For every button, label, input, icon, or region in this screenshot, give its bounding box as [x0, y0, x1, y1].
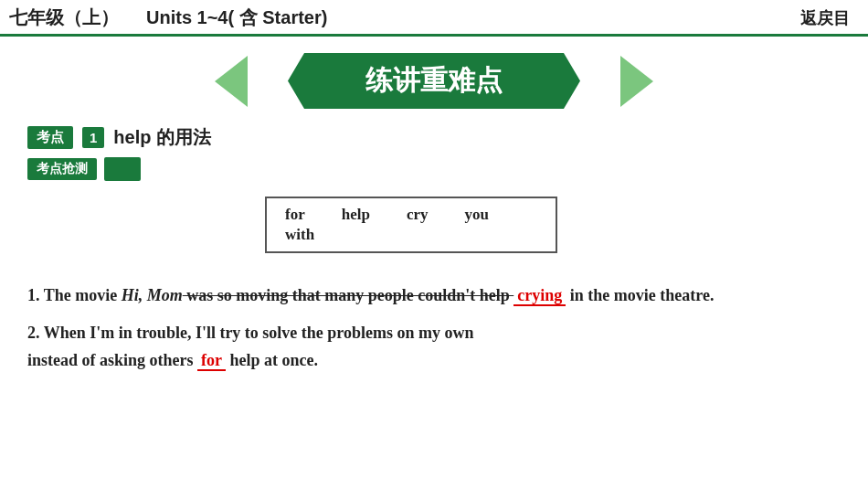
title-banner: 练讲重难点: [288, 53, 580, 109]
header-left: 七年级（上） Units 1~4( 含 Starter): [9, 5, 327, 30]
sentence-1-answer: crying: [513, 286, 566, 306]
sentence-1-num: 1.: [27, 286, 44, 304]
sentence-2-text: When I'm in trouble, I'll try to solve t…: [44, 324, 474, 342]
sentence-1-after: in the movie theatre.: [566, 286, 714, 304]
header-subtitle: Units 1~4( 含 Starter): [146, 5, 327, 30]
qiangce-block: [104, 157, 141, 181]
sentence-1-strike: was so moving that many people couldn't …: [183, 286, 514, 304]
word-cry: cry: [407, 206, 429, 224]
word-you: you: [465, 206, 489, 224]
content: 1. The movie Hi, Mom was so moving that …: [27, 282, 841, 375]
word-bank-row2: with: [285, 226, 537, 244]
sentence-2-after: help at once.: [226, 351, 318, 369]
banner-left-arrow: [215, 56, 248, 107]
banner-right-arrow: [620, 56, 653, 107]
word-bank-row1: for help cry you: [285, 206, 537, 224]
word-bank: for help cry you with: [265, 197, 557, 253]
qiangce-badge: 考点抢测: [27, 158, 97, 180]
section-header: 考点 1 help 的用法: [27, 125, 841, 150]
sentence-2: 2. When I'm in trouble, I'll try to solv…: [27, 319, 841, 375]
word-help: help: [342, 206, 370, 224]
section-title: help 的用法: [113, 125, 211, 150]
title-banner-wrap: 练讲重难点: [0, 53, 868, 109]
sentence-2-answer: for: [197, 351, 226, 371]
header-title: 七年级（上）: [9, 5, 119, 30]
word-for: for: [285, 206, 305, 224]
word-with: with: [285, 226, 314, 243]
sentence-1: 1. The movie Hi, Mom was so moving that …: [27, 282, 841, 310]
kaodian-num: 1: [82, 127, 104, 148]
kaodian-badge: 考点: [27, 126, 73, 149]
sentence-2-text2: instead of asking others: [27, 351, 197, 369]
sentence-1-before: The movie: [44, 286, 122, 304]
sentence-2-num: 2.: [27, 324, 44, 342]
qiangce-row: 考点抢测: [27, 157, 841, 181]
return-button[interactable]: 返戻目: [800, 7, 850, 29]
header: 七年级（上） Units 1~4( 含 Starter) 返戻目: [0, 0, 868, 37]
sentence-1-italic: Hi, Mom: [122, 286, 183, 304]
